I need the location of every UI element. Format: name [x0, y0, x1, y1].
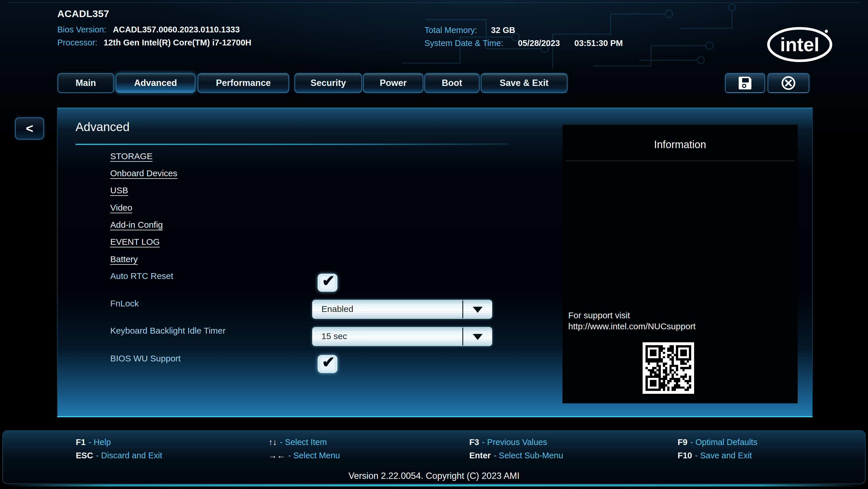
version-text: Version 2.22.0054. Copyright (C) 2023 AM… [3, 471, 865, 481]
close-button[interactable] [768, 73, 809, 93]
circuit-traces-decoration [391, 2, 752, 72]
back-button[interactable]: < [15, 118, 44, 140]
information-panel: Information For support visit http://www… [562, 125, 798, 403]
chevron-down-icon [473, 307, 483, 313]
help-item-arrows-leftright: →←- Select Menu [269, 451, 340, 460]
information-separator [565, 161, 795, 161]
processor-value: 12th Gen Intel(R) Core(TM) i7-12700H [103, 38, 251, 48]
total-memory-label: Total Memory: [425, 26, 477, 35]
title-rule [75, 144, 508, 145]
fnlock-value: Enabled [321, 300, 353, 318]
bottom-accent-strip [6, 484, 862, 486]
link-usb[interactable]: USB [110, 185, 128, 195]
bios-version-label: Bios Version: [57, 25, 106, 34]
setting-label-fnlock: FnLock [110, 299, 138, 308]
link-onboard-devices[interactable]: Onboard Devices [110, 169, 177, 178]
link-event-log[interactable]: EVENT LOG [110, 237, 160, 247]
link-video[interactable]: Video [110, 203, 132, 213]
system-date-value: 05/28/2023 [518, 38, 560, 48]
link-storage[interactable]: STORAGE [110, 151, 153, 161]
keyboard-backlight-idle-timer-value: 15 sec [321, 327, 347, 345]
help-item-f3: F3- Previous Values [469, 437, 547, 447]
tab-main[interactable]: Main [58, 73, 114, 93]
floppy-disk-icon [738, 75, 752, 91]
setting-label-auto-rtc-reset: Auto RTC Reset [110, 271, 173, 281]
support-text: For support visit http://www.intel.com/N… [568, 310, 695, 332]
keyboard-backlight-idle-timer-dropdown[interactable]: 15 sec [312, 327, 492, 346]
advanced-panel: Advanced STORAGE Onboard Devices USB Vid… [57, 108, 813, 417]
setting-label-keyboard-backlight-idle-timer: Keyboard Backlight Idle Timer [110, 326, 226, 336]
tab-save-exit[interactable]: Save & Exit [481, 73, 567, 93]
tab-security[interactable]: Security [294, 73, 362, 93]
processor-label: Processor: [57, 38, 97, 48]
datetime-label: System Date & Time: [425, 38, 503, 48]
link-battery[interactable]: Battery [110, 254, 138, 264]
checkmark-icon: ✔ [322, 272, 335, 290]
link-add-in-config[interactable]: Add-in Config [110, 220, 163, 230]
circle-x-icon [781, 75, 796, 91]
bios-screen: ACADL357 Bios Version: ACADL357.0060.202… [0, 0, 868, 489]
help-item-f9: F9- Optimal Defaults [678, 437, 757, 447]
fnlock-dropdown[interactable]: Enabled [312, 300, 492, 319]
tab-power[interactable]: Power [363, 73, 423, 93]
setting-label-bios-wu-support: BIOS WU Support [110, 354, 181, 363]
help-item-f1: F1- Help [76, 437, 111, 447]
system-time-value: 03:51:30 PM [574, 38, 623, 48]
qr-code [643, 342, 694, 394]
information-title: Information [562, 139, 798, 151]
total-memory-value: 32 GB [491, 26, 515, 35]
bios-wu-support-checkbox[interactable]: ✔ [318, 355, 337, 373]
page-title: Advanced [75, 120, 130, 134]
help-item-arrows-updown: ↑↓- Select Item [269, 437, 327, 447]
auto-rtc-reset-checkbox[interactable]: ✔ [318, 274, 337, 292]
hotkey-help-bar: F1- Help ESC- Discard and Exit ↑↓- Selec… [2, 430, 866, 484]
save-button[interactable] [725, 73, 765, 93]
svg-text:intel: intel [780, 34, 819, 55]
tab-boot[interactable]: Boot [425, 73, 479, 93]
help-item-enter: Enter- Select Sub-Menu [469, 451, 563, 460]
tab-performance[interactable]: Performance [197, 73, 289, 93]
help-item-esc: ESC- Discard and Exit [76, 451, 162, 460]
intel-logo: intel [767, 23, 835, 67]
chevron-down-icon [473, 334, 483, 340]
checkmark-icon: ✔ [322, 353, 335, 371]
tab-advanced[interactable]: Advanced [116, 73, 195, 93]
bios-version-value: ACADL357.0060.2023.0110.1333 [113, 25, 240, 34]
help-item-f10: F10- Save and Exit [678, 451, 752, 460]
board-model: ACADL357 [57, 8, 110, 20]
